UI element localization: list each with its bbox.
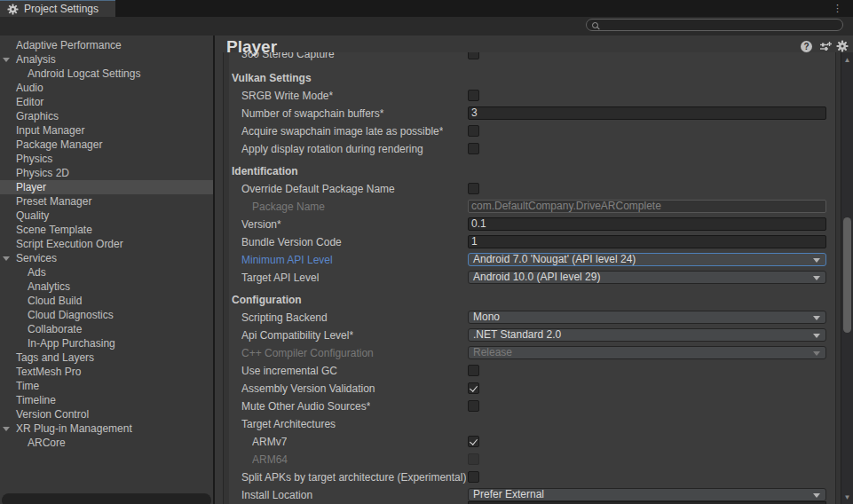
dropdown-minimum-api-level[interactable]: Android 7.0 'Nougat' (API level 24) bbox=[468, 253, 826, 266]
sidebar-item-services[interactable]: Services bbox=[0, 251, 213, 265]
sidebar-divider bbox=[213, 35, 215, 504]
checkbox-acquire-swapchain-image-late-as-possible[interactable] bbox=[468, 125, 479, 137]
foldout-expanded-icon[interactable] bbox=[3, 58, 10, 62]
setting-label: Bundle Version Code bbox=[241, 233, 342, 251]
sidebar-item-android-logcat-settings[interactable]: Android Logcat Settings bbox=[0, 67, 213, 81]
settings-row-number-of-swapchain-buffers: Number of swapchain buffers*3 bbox=[229, 105, 835, 122]
sidebar-item-label: Quality bbox=[16, 209, 49, 222]
settings-row-mute-other-audio-sources: Mute Other Audio Sources* bbox=[229, 398, 835, 415]
checkbox-override-default-package-name[interactable] bbox=[468, 183, 479, 194]
sidebar-item-time[interactable]: Time bbox=[0, 379, 213, 393]
sidebar-item-label: Audio bbox=[16, 82, 43, 94]
dropdown-install-location[interactable]: Prefer External bbox=[468, 488, 826, 501]
sidebar-item-label: Cloud Build bbox=[28, 295, 82, 307]
search-input[interactable] bbox=[586, 19, 843, 31]
section-header-identification: Identification bbox=[229, 162, 835, 180]
sidebar-item-ads[interactable]: Ads bbox=[0, 265, 213, 280]
settings-row-srgb-write-mode: SRGB Write Mode* bbox=[229, 87, 835, 105]
sidebar-item-timeline[interactable]: Timeline bbox=[0, 393, 213, 407]
section-header-configuration: Configuration bbox=[229, 291, 835, 309]
settings-row-c-compiler-configuration: C++ Compiler ConfigurationRelease bbox=[229, 344, 835, 362]
foldout-expanded-icon[interactable] bbox=[3, 256, 10, 261]
setting-label: Install Location bbox=[241, 486, 312, 504]
settings-row-minimum-api-level: Minimum API LevelAndroid 7.0 'Nougat' (A… bbox=[229, 251, 835, 269]
help-icon[interactable]: ? bbox=[801, 41, 812, 52]
sidebar-item-quality[interactable]: Quality bbox=[0, 209, 213, 223]
sidebar-item-label: In-App Purchasing bbox=[28, 337, 115, 350]
sidebar-item-graphics[interactable]: Graphics bbox=[0, 109, 213, 123]
preset-icon[interactable] bbox=[819, 41, 832, 52]
page-title: Player bbox=[226, 37, 277, 57]
sidebar-item-preset-manager[interactable]: Preset Manager bbox=[0, 194, 213, 209]
sidebar-item-textmesh-pro[interactable]: TextMesh Pro bbox=[0, 365, 213, 379]
sidebar-item-cloud-build[interactable]: Cloud Build bbox=[0, 294, 213, 308]
sidebar-item-script-execution-order[interactable]: Script Execution Order bbox=[0, 237, 213, 251]
gear-icon bbox=[7, 4, 19, 15]
sidebar-hscrollbar[interactable] bbox=[2, 493, 211, 504]
sidebar-item-analysis[interactable]: Analysis bbox=[0, 52, 213, 67]
settings-row-api-compatibility-level: Api Compatibility Level*.NET Standard 2.… bbox=[229, 327, 835, 344]
sidebar-item-scene-template[interactable]: Scene Template bbox=[0, 223, 213, 237]
sidebar-item-label: Player bbox=[16, 181, 46, 193]
sidebar-item-arcore[interactable]: ARCore bbox=[0, 436, 213, 450]
checkbox-split-apks-by-target-architecture-experimental[interactable] bbox=[468, 471, 479, 483]
sidebar-item-label: Preset Manager bbox=[16, 195, 91, 208]
sidebar-item-analytics[interactable]: Analytics bbox=[0, 280, 213, 294]
checkbox-use-incremental-gc[interactable] bbox=[468, 365, 479, 376]
scrollbar-thumb[interactable] bbox=[843, 217, 851, 333]
project-settings-window: Project Settings ⋮ Adaptive PerformanceA… bbox=[0, 0, 853, 504]
sidebar-item-label: Analysis bbox=[16, 53, 56, 66]
scroll-down-icon[interactable]: ▼ bbox=[841, 493, 853, 501]
settings-row-apply-display-rotation-during-rendering: Apply display rotation during rendering bbox=[229, 140, 835, 158]
sidebar-item-physics-2d[interactable]: Physics 2D bbox=[0, 166, 213, 180]
sidebar-item-cloud-diagnostics[interactable]: Cloud Diagnostics bbox=[0, 308, 213, 322]
search-icon bbox=[592, 22, 598, 28]
checkbox-360-stereo-capture[interactable] bbox=[468, 52, 479, 59]
dropdown-scripting-backend[interactable]: Mono bbox=[468, 311, 826, 324]
vertical-scrollbar[interactable]: ▲ ▼ bbox=[841, 52, 853, 504]
dropdown-api-compatibility-level[interactable]: .NET Standard 2.0 bbox=[468, 328, 826, 342]
kebab-menu-icon[interactable]: ⋮ bbox=[833, 3, 842, 13]
checkbox-armv7[interactable] bbox=[468, 436, 479, 447]
dropdown-target-api-level[interactable]: Android 10.0 (API level 29) bbox=[468, 271, 826, 284]
setting-label: C++ Compiler Configuration bbox=[241, 344, 374, 362]
sidebar-item-input-manager[interactable]: Input Manager bbox=[0, 123, 213, 138]
sidebar-item-collaborate[interactable]: Collaborate bbox=[0, 322, 213, 336]
checkbox-apply-display-rotation-during-rendering[interactable] bbox=[468, 143, 479, 154]
checkbox-srgb-write-mode[interactable] bbox=[468, 90, 479, 101]
settings-row-target-api-level: Target API LevelAndroid 10.0 (API level … bbox=[229, 269, 835, 287]
settings-row-target-architectures: Target Architectures bbox=[229, 415, 835, 433]
sidebar-item-in-app-purchasing[interactable]: In-App Purchasing bbox=[0, 336, 213, 350]
sidebar-item-label: Script Execution Order bbox=[16, 238, 123, 250]
setting-label: Assembly Version Validation bbox=[241, 380, 375, 398]
checkbox-assembly-version-validation[interactable] bbox=[468, 382, 479, 394]
gear-icon[interactable] bbox=[836, 40, 849, 52]
sidebar-item-xr-plug-in-management[interactable]: XR Plug-in Management bbox=[0, 421, 213, 436]
text-field-number-of-swapchain-buffers[interactable]: 3 bbox=[468, 106, 826, 120]
checkbox-arm64 bbox=[468, 453, 479, 465]
dropdown-c-compiler-configuration: Release bbox=[468, 346, 826, 359]
sidebar-item-label: Scene Template bbox=[16, 224, 92, 236]
section-header-label: Vulkan Settings bbox=[232, 69, 312, 87]
text-field-version[interactable]: 0.1 bbox=[468, 217, 826, 231]
setting-label: ARMv7 bbox=[252, 433, 287, 451]
sidebar-item-editor[interactable]: Editor bbox=[0, 95, 213, 109]
sidebar-item-physics[interactable]: Physics bbox=[0, 152, 213, 166]
text-field-bundle-version-code[interactable]: 1 bbox=[468, 235, 826, 248]
sidebar-item-audio[interactable]: Audio bbox=[0, 81, 213, 95]
checkbox-mute-other-audio-sources[interactable] bbox=[468, 400, 479, 412]
setting-label: Scripting Backend bbox=[241, 309, 328, 327]
sidebar-item-tags-and-layers[interactable]: Tags and Layers bbox=[0, 350, 213, 365]
sidebar-item-version-control[interactable]: Version Control bbox=[0, 407, 213, 421]
settings-row-version: Version*0.1 bbox=[229, 216, 835, 233]
sidebar-item-adaptive-performance[interactable]: Adaptive Performance bbox=[0, 38, 213, 52]
sidebar-item-package-manager[interactable]: Package Manager bbox=[0, 138, 213, 152]
scroll-up-icon[interactable]: ▲ bbox=[841, 56, 853, 64]
foldout-expanded-icon[interactable] bbox=[3, 427, 10, 431]
section-header-label: Configuration bbox=[232, 291, 302, 309]
sidebar-item-player[interactable]: Player bbox=[0, 180, 213, 194]
tab-project-settings[interactable]: Project Settings bbox=[0, 0, 115, 17]
section-header-label: Identification bbox=[232, 162, 298, 180]
sidebar-item-label: TextMesh Pro bbox=[16, 366, 81, 378]
section-header-vulkan-settings: Vulkan Settings bbox=[229, 69, 835, 87]
